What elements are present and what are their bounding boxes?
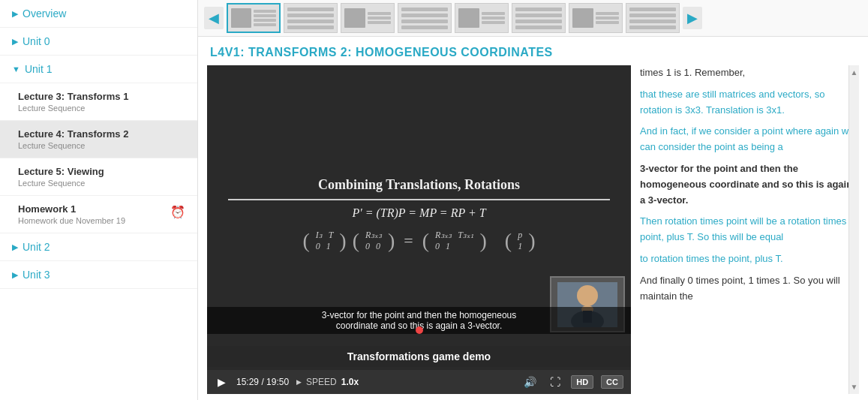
cc-badge[interactable]: CC <box>601 375 623 389</box>
volume-button[interactable]: 🔊 <box>521 374 539 389</box>
sidebar-lecture3[interactable]: Lecture 3: Transforms 1 Lecture Sequence <box>0 83 197 121</box>
nav-thumb-8[interactable] <box>626 3 680 33</box>
transcript-wrapper: times 1 is 1. Remember, that these are s… <box>640 65 859 394</box>
transcript-line-3: 3-vector for the point and then the homo… <box>640 161 856 208</box>
speed-arrow-icon: ▶ <box>296 378 302 386</box>
nav-thumb-1[interactable] <box>227 3 281 33</box>
svg-point-1 <box>577 285 598 306</box>
video-controls: ▶ 15:29 / 19:50 ▶ SPEED 1.0x 🔊 ⛶ HD CC <box>207 370 631 394</box>
nav-thumb-4[interactable] <box>398 3 452 33</box>
sidebar-item-unit1[interactable]: ▼ Unit 1 <box>0 56 197 83</box>
sidebar-item-label: Unit 1 <box>25 63 53 75</box>
chevron-right-icon: ▶ <box>12 242 18 252</box>
main-content: ◀ <box>198 0 868 400</box>
video-container: Combining Translations, Rotations P′ = (… <box>207 65 631 394</box>
transcript-line-2: And in fact, if we consider a point wher… <box>640 124 856 155</box>
lecture-title: Lecture 3: Transforms 1 <box>18 91 185 102</box>
transcript-scrollbar: ▲ ▼ <box>848 65 859 394</box>
top-nav-bar: ◀ <box>198 0 868 37</box>
video-player[interactable]: Combining Translations, Rotations P′ = (… <box>207 65 631 370</box>
speed-label: SPEED <box>306 377 337 387</box>
homework-sub: Homework due November 19 <box>18 216 125 225</box>
lecture-sub: Lecture Sequence <box>18 104 185 113</box>
hd-badge[interactable]: HD <box>571 375 593 389</box>
fullscreen-button[interactable]: ⛶ <box>547 374 563 389</box>
sidebar-item-unit3[interactable]: ▶ Unit 3 <box>0 261 197 289</box>
speed-value: 1.0x <box>341 377 359 387</box>
video-progress-dot <box>416 326 423 334</box>
nav-thumb-2[interactable] <box>284 3 338 33</box>
homework-title: Homework 1 <box>18 203 125 215</box>
sidebar-homework1[interactable]: Homework 1 Homework due November 19 ⏰ <box>0 196 197 233</box>
sidebar-item-label: Unit 2 <box>23 241 50 253</box>
chevron-right-icon: ▶ <box>12 37 18 47</box>
transcript-line-0: times 1 is 1. Remember, <box>640 65 856 81</box>
lecture-sub: Lecture Sequence <box>18 141 185 150</box>
video-time: 15:29 / 19:50 <box>236 377 289 387</box>
video-math-heading: Combining Translations, Rotations <box>228 177 610 200</box>
transcript-line-6: And finally 0 times point, 1 times 1. So… <box>640 273 856 305</box>
video-overlay-title: Transformations game demo <box>207 346 631 367</box>
chevron-right-icon: ▶ <box>12 9 18 19</box>
chevron-right-icon: ▶ <box>12 270 18 280</box>
sidebar-lecture4[interactable]: Lecture 4: Transforms 2 Lecture Sequence <box>0 121 197 158</box>
nav-thumb-5[interactable] <box>455 3 509 33</box>
page-title: L4V1: TRANSFORMS 2: HOMOGENEOUS COORDINA… <box>198 37 868 65</box>
sidebar-lecture5[interactable]: Lecture 5: Viewing Lecture Sequence <box>0 158 197 196</box>
transcript-line-5: to rotation times the point, plus T. <box>640 251 856 267</box>
sidebar: ▶ Overview ▶ Unit 0 ▼ Unit 1 Lecture 3: … <box>0 0 198 400</box>
nav-thumb-6[interactable] <box>512 3 566 33</box>
sidebar-item-overview[interactable]: ▶ Overview <box>0 0 197 28</box>
scroll-up-arrow[interactable]: ▲ <box>848 65 859 80</box>
prev-nav-button[interactable]: ◀ <box>204 7 224 29</box>
lecture-sub: Lecture Sequence <box>18 179 185 188</box>
scroll-down-arrow[interactable]: ▼ <box>848 380 859 394</box>
sidebar-item-label: Unit 0 <box>23 35 50 47</box>
lecture-title: Lecture 4: Transforms 2 <box>18 128 185 140</box>
play-button[interactable]: ▶ <box>215 374 229 389</box>
chevron-down-icon: ▼ <box>12 65 20 74</box>
next-nav-button[interactable]: ▶ <box>683 7 702 29</box>
sidebar-item-unit0[interactable]: ▶ Unit 0 <box>0 28 197 56</box>
sidebar-item-unit2[interactable]: ▶ Unit 2 <box>0 233 197 261</box>
transcript-panel[interactable]: times 1 is 1. Remember, that these are s… <box>640 65 859 394</box>
video-matrices: ( I₃T 01 ) ( R₃ₓ₃ 00 ) = ( <box>302 229 535 253</box>
alarm-icon: ⏰ <box>170 205 185 219</box>
lecture-title: Lecture 5: Viewing <box>18 166 185 177</box>
video-formula: P′ = (TR)P = MP = RP + T <box>352 206 485 220</box>
content-area: Combining Translations, Rotations P′ = (… <box>198 65 868 400</box>
sidebar-item-label: Unit 3 <box>23 269 50 281</box>
nav-thumb-3[interactable] <box>341 3 395 33</box>
transcript-line-1: that these are still matrices and vector… <box>640 87 856 119</box>
nav-thumb-7[interactable] <box>569 3 623 33</box>
speed-control[interactable]: ▶ SPEED 1.0x <box>296 377 359 387</box>
sidebar-item-label: Overview <box>23 8 66 20</box>
transcript-line-4: Then rotation times point will be a rota… <box>640 214 856 245</box>
